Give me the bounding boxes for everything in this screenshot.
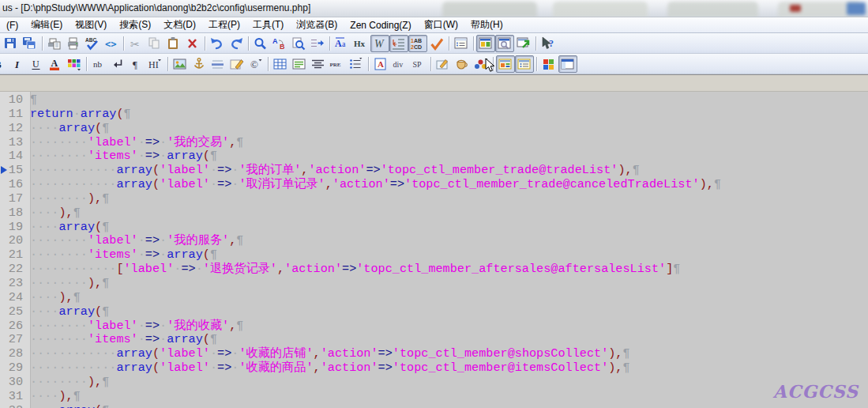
code-editor[interactable]: 10¶11return·array(¶12····array(¶13······… (0, 92, 868, 408)
syntax-check-icon[interactable] (427, 35, 446, 52)
hex-view-icon[interactable]: Hx (351, 35, 370, 52)
horizontal-rule-icon[interactable] (209, 55, 227, 73)
code-line-12[interactable]: 12····array(¶ (0, 122, 868, 136)
toolbar-format: BIUAnb¶HI©PREAdivSP (0, 54, 868, 74)
spell-check-icon[interactable]: ABC (83, 35, 102, 52)
line-number: 26 (0, 319, 30, 334)
align-center-icon[interactable] (309, 55, 328, 73)
toolbar-separator (535, 36, 536, 51)
menu-item-3[interactable]: 搜索(S) (113, 17, 157, 33)
pre-icon[interactable]: PRE (328, 55, 347, 73)
open-in-browser-icon[interactable] (514, 35, 533, 52)
code-line-25[interactable]: 25····array(¶ (0, 305, 868, 319)
font-color-icon[interactable]: A (46, 55, 65, 73)
code-line-10[interactable]: 10¶ (0, 93, 868, 108)
code-line-content: ····array(¶ (30, 220, 109, 234)
print-preview-icon[interactable] (45, 35, 64, 52)
underline-icon[interactable]: U (27, 55, 46, 73)
table-icon[interactable] (271, 55, 290, 73)
code-line-24[interactable]: 24····),¶ (0, 291, 868, 305)
cup-icon[interactable] (453, 55, 472, 73)
menu-item-10[interactable]: 帮助(H) (464, 17, 509, 33)
watermark: ACGCSS (773, 381, 859, 402)
menu-item-5[interactable]: 工程(P) (202, 17, 246, 33)
menu-item-4[interactable]: 文档(D) (157, 17, 202, 33)
redo-icon[interactable] (227, 35, 246, 52)
copy-icon[interactable] (145, 35, 164, 52)
edit-html-icon[interactable] (227, 55, 246, 73)
save-icon[interactable] (2, 35, 21, 52)
menu-item-1[interactable]: 编辑(E) (24, 17, 69, 33)
nbsp-icon[interactable]: nb (89, 55, 108, 73)
code-line-26[interactable]: 26········'label'·=>·'我的收藏',¶ (0, 319, 868, 334)
code-line-23[interactable]: 23········),¶ (0, 277, 868, 291)
menu-item-6[interactable]: 工具(T) (246, 17, 290, 33)
div-icon[interactable]: div (390, 55, 409, 73)
replace-icon[interactable]: AB (270, 35, 289, 52)
layout-icon[interactable] (558, 55, 577, 73)
image-icon[interactable] (171, 55, 190, 73)
find-icon[interactable] (251, 35, 270, 52)
line-number: 18 (0, 206, 30, 221)
code-line-29[interactable]: 29············array('label'·=>·'收藏的商品','… (0, 361, 868, 376)
code-line-21[interactable]: 21········'items'·=>·array(¶ (0, 248, 868, 263)
code-line-content: ············array('label'·=>·'取消订单记录','a… (30, 177, 721, 191)
windows-logo-icon[interactable] (539, 55, 558, 73)
code-line-22[interactable]: 22············['label'·=>·'退换货记录','actio… (0, 263, 868, 277)
paragraph-icon[interactable]: ¶ (127, 55, 146, 73)
italic-icon[interactable]: I (8, 55, 27, 73)
print-icon[interactable] (64, 35, 83, 52)
list-icon[interactable] (347, 55, 366, 73)
code-line-11[interactable]: 11return·array(¶ (0, 108, 868, 122)
menu-item-2[interactable]: 视图(V) (69, 17, 113, 33)
toolbar-separator (205, 36, 205, 51)
zoom-window-icon[interactable] (495, 35, 514, 52)
code-line-17[interactable]: 17········),¶ (0, 192, 868, 206)
auto-indent-icon[interactable] (389, 35, 408, 52)
font-icon[interactable]: Aa (333, 35, 351, 52)
split-window-icon[interactable] (476, 35, 495, 52)
code-line-32[interactable]: 32····array(¶ (0, 404, 868, 408)
menu-item-8[interactable]: Zen Coding(Z) (344, 18, 417, 32)
code-line-16[interactable]: 16············array('label'·=>·'取消订单记录',… (0, 178, 868, 192)
goto-line-icon[interactable] (308, 35, 327, 52)
sign-icon[interactable] (434, 55, 453, 73)
dialog-b-icon[interactable] (515, 55, 534, 73)
delete-icon[interactable] (183, 35, 202, 52)
anchor-doc-icon[interactable]: A (371, 55, 390, 73)
paste-icon[interactable] (164, 35, 183, 52)
copyright-icon[interactable]: © (246, 55, 265, 73)
line-break-icon[interactable] (108, 55, 127, 73)
code-line-30[interactable]: 30········),¶ (0, 376, 868, 390)
word-wrap-icon[interactable]: W (370, 35, 389, 52)
anchor-icon[interactable] (190, 55, 209, 73)
code-line-19[interactable]: 19····array(¶ (0, 221, 868, 235)
code-line-20[interactable]: 20········'label'·=>·'我的服务',¶ (0, 234, 868, 248)
save-all-icon[interactable] (21, 35, 39, 52)
menu-item-9[interactable]: 窗口(W) (418, 17, 464, 33)
menu-item-7[interactable]: 浏览器(B) (290, 17, 344, 33)
heading-icon[interactable]: HI (146, 55, 165, 73)
code-line-15[interactable]: 15············array('label'·=>·'我的订单','a… (0, 164, 868, 178)
bold-icon[interactable]: B (0, 55, 8, 73)
menu-item-0[interactable]: (F) (0, 18, 24, 32)
cut-icon[interactable]: ✂ (126, 35, 145, 52)
context-help-icon[interactable]: ? (539, 35, 558, 52)
document-properties-icon[interactable] (452, 35, 471, 52)
svg-text:A: A (272, 37, 278, 45)
code-line-27[interactable]: 27········'items'·=>·array(¶ (0, 333, 868, 347)
view-source-icon[interactable]: <> (102, 35, 121, 52)
code-line-14[interactable]: 14········'items'·=>·array(¶ (0, 149, 868, 164)
svg-text:SP: SP (413, 60, 423, 69)
span-icon[interactable]: SP (409, 55, 428, 73)
find-in-files-icon[interactable] (289, 35, 308, 52)
code-line-28[interactable]: 28············array('label'·=>·'收藏的店铺','… (0, 347, 868, 361)
code-line-18[interactable]: 18····),¶ (0, 206, 868, 221)
textarea-icon[interactable] (290, 55, 309, 73)
code-line-31[interactable]: 31····),¶ (0, 390, 868, 404)
code-line-13[interactable]: 13········'label'·=>·'我的交易',¶ (0, 136, 868, 150)
palette-icon[interactable] (65, 55, 84, 73)
line-number-icon[interactable]: 1AB2CD (408, 35, 427, 52)
undo-icon[interactable] (208, 35, 227, 52)
dialog-a-icon[interactable] (496, 55, 515, 73)
